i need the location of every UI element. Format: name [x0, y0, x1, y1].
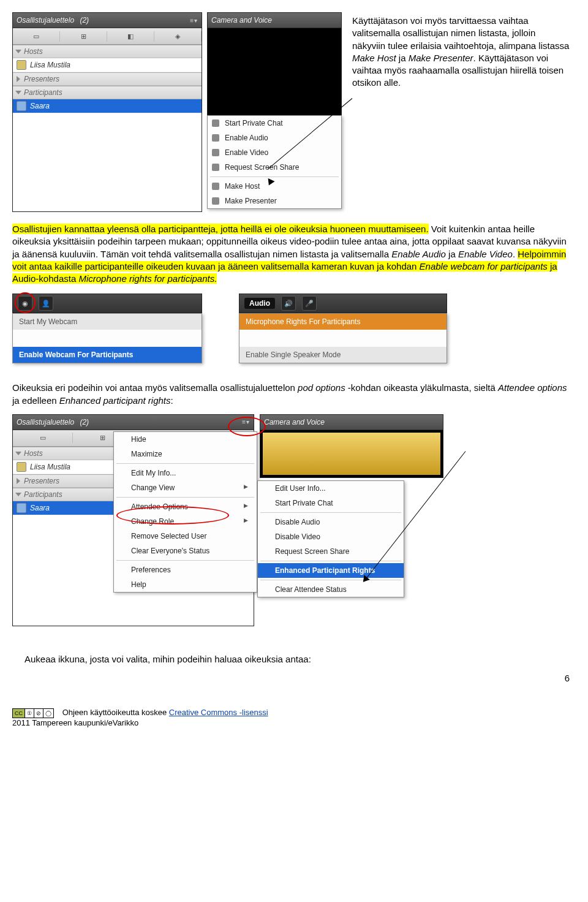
enable-webcam-for-participants[interactable]: Enable Webcam For Participants — [13, 347, 202, 363]
presenters-header[interactable]: Presenters — [13, 72, 202, 86]
cc-license-link[interactable]: Creative Commons -lisenssi — [169, 708, 268, 717]
participant-icon — [17, 101, 26, 111]
view-icon-3[interactable]: ◧ — [107, 31, 154, 42]
menu-enable-video[interactable]: Enable Video — [208, 145, 341, 160]
start-my-webcam[interactable]: Start My Webcam — [13, 314, 202, 330]
camera-voice-title-2: Camera and Voice — [264, 418, 325, 426]
speaker-icon[interactable]: 🔊 — [281, 296, 296, 311]
menu-maximize[interactable]: Maximize — [114, 447, 257, 461]
submenu-disable-audio[interactable]: Disable Audio — [258, 515, 404, 529]
submenu-enhanced-participant-rights[interactable]: Enhanced Participant Rights — [258, 563, 404, 578]
camera-voice-pod-2: Camera and Voice — [260, 414, 443, 478]
host-row[interactable]: Liisa Mustila — [13, 58, 202, 72]
menu-hide[interactable]: Hide — [114, 432, 257, 447]
submenu-clear-attendee-status[interactable]: Clear Attendee Status — [258, 582, 404, 597]
menu-attendee-options[interactable]: Attendee Options — [114, 499, 257, 514]
enable-single-speaker-mode[interactable]: Enable Single Speaker Mode — [239, 347, 447, 363]
submenu-edit-user-info[interactable]: Edit User Info... — [258, 481, 404, 496]
pod-options-menu: Hide Maximize Edit My Info... Change Vie… — [113, 431, 257, 593]
submenu-request-screen-share[interactable]: Request Screen Share — [258, 544, 404, 559]
menu-change-role[interactable]: Change Role — [114, 514, 257, 529]
menu-enable-audio[interactable]: Enable Audio — [208, 131, 341, 145]
paragraph-2: Osallistujien kannattaa yleensä olla par… — [12, 223, 570, 285]
pod-options-icon[interactable]: ≡▾ — [190, 17, 198, 24]
camera-voice-title: Camera and Voice — [211, 16, 272, 25]
view-icon-1[interactable]: ▭ — [13, 31, 60, 42]
view-icon-b1[interactable]: ▭ — [13, 433, 73, 443]
audio-label[interactable]: Audio — [244, 298, 275, 309]
person-icon[interactable]: 👤 — [39, 296, 53, 311]
host-icon-2 — [17, 462, 26, 472]
hosts-header[interactable]: Hosts — [13, 45, 202, 58]
audio-toolbar: Audio 🔊 🎤 — [239, 294, 447, 313]
submenu-disable-video[interactable]: Disable Video — [258, 529, 404, 544]
menu-help[interactable]: Help — [114, 577, 257, 592]
view-icon-4[interactable]: ◈ — [154, 31, 202, 42]
menu-preferences[interactable]: Preferences — [114, 563, 257, 577]
pod-title-2: Osallistujaluettelo — [17, 418, 74, 426]
attendee-options-submenu: Edit User Info... Start Private Chat Dis… — [257, 480, 404, 597]
paragraph-3: Oikeuksia eri podeihin voi antaa myös va… — [12, 382, 570, 407]
pod-count-2: (2) — [80, 418, 89, 426]
participants-header[interactable]: Participants — [13, 86, 202, 99]
paragraph-1: Käyttäjätason voi myös tarvittaessa vaih… — [352, 15, 570, 89]
camera-voice-pod: Camera and Voice — [207, 12, 342, 116]
webcam-icon[interactable]: ◉ — [18, 296, 32, 311]
host-icon — [17, 60, 26, 70]
view-icon-2[interactable]: ⊞ — [60, 31, 107, 42]
menu-edit-my-info[interactable]: Edit My Info... — [114, 466, 257, 480]
paragraph-4: Aukeaa ikkuna, josta voi valita, mihin p… — [24, 653, 570, 665]
menu-make-presenter[interactable]: Make Presenter — [208, 194, 341, 208]
menu-clear-everyones-status[interactable]: Clear Everyone's Status — [114, 544, 257, 558]
mic-icon[interactable]: 🎤 — [302, 296, 317, 311]
participant-row-selected[interactable]: Saara — [13, 99, 202, 113]
audio-sample: Audio 🔊 🎤 Microphone Rights For Particip… — [239, 294, 447, 363]
menu-change-view[interactable]: Change View — [114, 480, 257, 495]
participant-icon-2 — [17, 503, 26, 513]
page-number: 6 — [12, 673, 570, 683]
webcam-toolbar: ◉ 👤 — [12, 294, 202, 313]
submenu-start-private-chat[interactable]: Start Private Chat — [258, 496, 404, 510]
microphone-rights-for-participants[interactable]: Microphone Rights For Participants — [239, 314, 447, 330]
footer: CC①⊘◯ Ohjeen käyttöoikeutta koskee Creat… — [12, 708, 570, 727]
cc-badge: CC①⊘◯ — [12, 708, 54, 718]
webcam-sample: ◉ 👤 Start My Webcam Enable Webcam For Pa… — [12, 294, 202, 363]
participant-context-menu: Start Private Chat Enable Audio Enable V… — [207, 115, 342, 209]
menu-remove-selected-user[interactable]: Remove Selected User — [114, 529, 257, 544]
pod-options-icon-2[interactable]: ≡▾ — [242, 419, 250, 425]
attendee-list-pod: Osallistujaluettelo (2) ≡▾ ▭ ⊞ ◧ ◈ Hosts… — [12, 12, 202, 212]
pod-title: Osallistujaluettelo — [17, 16, 74, 25]
pod-count: (2) — [80, 16, 89, 25]
